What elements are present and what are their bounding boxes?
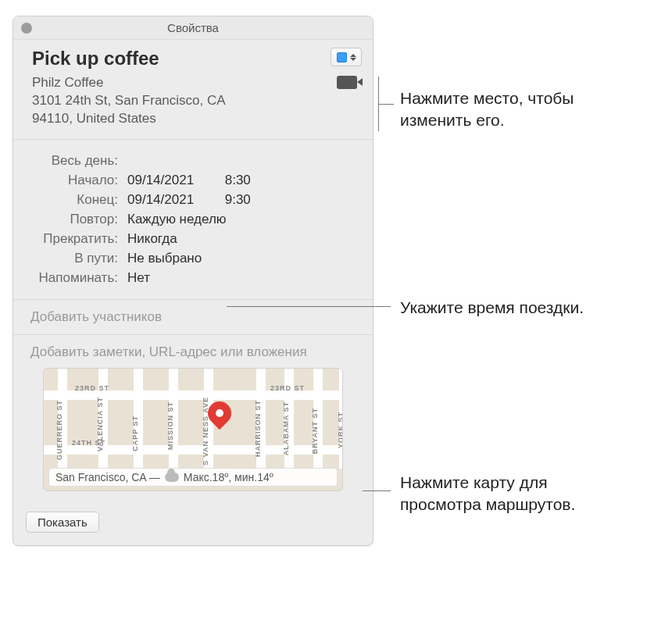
row-travel: В пути: Не выбрано [27,251,359,266]
row-allday: Весь день: [27,153,359,169]
street-23rd-a: 23RD ST [75,384,109,392]
street-york: YORK ST [337,412,343,448]
street-23rd-b: 23RD ST [270,384,305,392]
close-icon[interactable] [21,23,32,34]
map-pin-icon [208,401,231,425]
value-end[interactable]: 09/14/2021 9:30 [127,192,251,208]
map-thumbnail[interactable]: 23RD ST 23RD ST 24TH ST GUERRERO ST VALE… [43,368,343,491]
label-stop: Прекратить: [27,231,127,247]
event-inspector-window: Свойства Pick up coffee Philz Coffee 310… [13,16,374,546]
calendar-picker[interactable] [331,48,362,66]
footer: Показать [13,502,373,545]
location-addr-1: 3101 24th St, San Francisco, CA [32,92,290,110]
row-start: Начало: 09/14/2021 8:30 [27,173,359,188]
street-bryant: BRYANT ST [311,408,319,454]
street-capp: CAPP ST [131,415,139,451]
event-location[interactable]: Philz Coffee 3101 24th St, San Francisco… [32,74,290,128]
row-end: Конец: 09/14/2021 9:30 [27,192,359,208]
street-valencia: VALENCIA ST [96,397,104,451]
label-travel: В пути: [27,251,127,266]
location-addr-2: 94110, United States [32,110,290,128]
calendar-color-swatch [337,52,347,62]
row-repeat: Повтор: Каждую неделю [27,212,359,227]
notes-field[interactable]: Добавить заметки, URL-адрес или вложения [30,344,356,360]
event-header: Pick up coffee Philz Coffee 3101 24th St… [13,40,373,140]
row-remind: Напоминать: Нет [27,270,359,286]
weather-bar: San Francisco, CA — Макс.18º, мин.14º [48,468,338,487]
callout-line-location [378,104,394,105]
street-alabama: ALABAMA ST [282,401,290,455]
value-start[interactable]: 09/14/2021 8:30 [127,173,251,188]
weather-city: San Francisco, CA — [55,471,160,483]
row-stop: Прекратить: Никогда [27,231,359,247]
street-guerrero: GUERRERO ST [55,400,63,460]
label-repeat: Повтор: [27,212,127,227]
callout-line-map [363,490,391,491]
label-end: Конец: [27,192,127,208]
facetime-icon[interactable] [337,76,357,89]
cloud-icon [165,473,179,482]
label-allday: Весь день: [27,153,127,169]
value-remind[interactable]: Нет [127,270,150,286]
event-details: Весь день: Начало: 09/14/2021 8:30 Конец… [13,140,373,300]
label-start: Начало: [27,173,127,188]
callout-line-travel [227,306,391,307]
value-repeat[interactable]: Каждую неделю [127,212,227,227]
show-button[interactable]: Показать [26,512,99,533]
notes-section: Добавить заметки, URL-адрес или вложения… [13,335,373,502]
event-title[interactable]: Pick up coffee [32,48,359,70]
value-stop[interactable]: Никогда [127,231,177,247]
callout-travel: Укажите время поездки. [400,297,584,319]
street-mission: MISSION ST [166,401,174,450]
weather-temp: Макс.18º, мин.14º [184,471,273,483]
chevron-updown-icon [350,52,356,62]
street-harrison: HARRISON ST [254,400,262,457]
titlebar: Свойства [13,16,373,40]
window-title: Свойства [167,21,219,34]
callout-location: Нажмите место, чтобы изменить его. [400,87,574,132]
value-travel[interactable]: Не выбрано [127,251,202,266]
label-remind: Напоминать: [27,270,127,286]
callout-map: Нажмите карту для просмотра маршрутов. [400,472,575,516]
invitees-field[interactable]: Добавить участников [13,300,373,335]
location-name: Philz Coffee [32,74,290,92]
